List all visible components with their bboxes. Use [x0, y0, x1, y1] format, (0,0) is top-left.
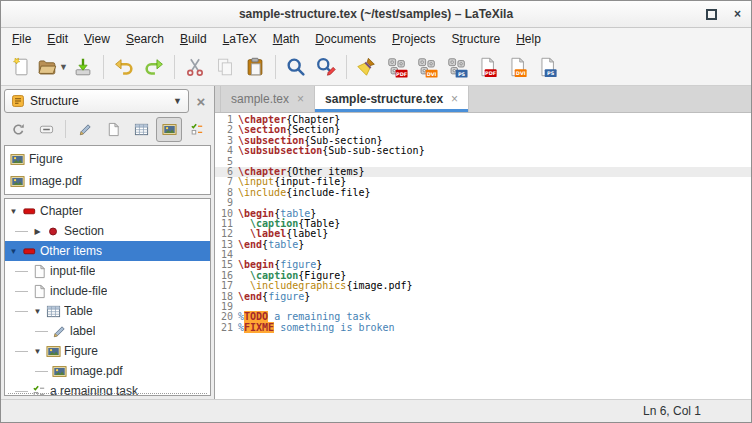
- undo-button[interactable]: [109, 52, 139, 82]
- tree-item[interactable]: image.pdf: [5, 361, 210, 381]
- show-tables-button[interactable]: [128, 117, 154, 142]
- panel-selector-label: Structure: [30, 94, 168, 108]
- file-icon: [32, 264, 47, 279]
- list-item-label: Figure: [29, 152, 63, 166]
- tab-label: sample.tex: [231, 92, 289, 106]
- build-ps-button[interactable]: PS: [442, 52, 472, 82]
- structure-panel-icon: [11, 94, 25, 108]
- view-ps-button[interactable]: PS: [532, 52, 562, 82]
- cut-button[interactable]: [180, 52, 210, 82]
- status-bar: Ln 6, Col 1: [1, 399, 751, 422]
- tree-item-label: label: [70, 324, 95, 338]
- list-item[interactable]: Figure: [5, 148, 210, 170]
- close-side-panel-button[interactable]: ×: [191, 90, 211, 112]
- tree-item[interactable]: include-file: [5, 281, 210, 301]
- tree-item[interactable]: ▼Chapter: [5, 201, 210, 221]
- toolbar-separator: [103, 55, 104, 79]
- tree-item-label: Other items: [40, 244, 102, 258]
- view-pdf-button[interactable]: PDF: [472, 52, 502, 82]
- todo-icon: [32, 384, 47, 397]
- code-text: \end{figure}: [238, 292, 310, 302]
- menu-math[interactable]: Math: [265, 30, 308, 48]
- menu-projects[interactable]: Projects: [384, 30, 443, 48]
- clean-build-button[interactable]: [352, 52, 382, 82]
- main-toolbar: ▼PDFDVIPSPDFDVIPS: [1, 49, 751, 86]
- section-icon: [46, 224, 61, 239]
- tab-close-icon[interactable]: ×: [297, 92, 304, 106]
- window-controls: ×: [706, 1, 741, 27]
- structure-tree: ▼Chapter▶Section▼Other itemsinput-filein…: [4, 198, 211, 396]
- code-line[interactable]: 8\include{include-file}: [215, 188, 751, 198]
- editor-tab[interactable]: sample-structure.tex×: [315, 86, 469, 112]
- menu-documents[interactable]: Documents: [307, 30, 384, 48]
- build-pdf-button[interactable]: PDF: [382, 52, 412, 82]
- toolbar-separator: [275, 55, 276, 79]
- expand-arrow-icon[interactable]: ▶: [32, 227, 43, 236]
- line-number: 9: [215, 198, 238, 208]
- menu-view[interactable]: View: [76, 30, 118, 48]
- tree-item[interactable]: ▼Figure: [5, 341, 210, 361]
- tree-branch-line: [35, 371, 48, 372]
- code-line[interactable]: 4\subsubsection{Sub-sub-section}: [215, 146, 751, 156]
- tree-item[interactable]: label: [5, 321, 210, 341]
- show-files-button[interactable]: [100, 117, 126, 142]
- collapse-arrow-icon[interactable]: ▼: [32, 347, 43, 356]
- menu-edit[interactable]: Edit: [39, 30, 76, 48]
- tree-item[interactable]: input-file: [5, 261, 210, 281]
- tree-item-label: Figure: [64, 344, 98, 358]
- tree-item[interactable]: a remaining task: [5, 381, 210, 396]
- menu-search[interactable]: Search: [118, 30, 172, 48]
- editor-tab[interactable]: sample.tex×: [220, 86, 315, 112]
- title-bar[interactable]: sample-structure.tex (~/test/samples) – …: [1, 1, 751, 28]
- tree-branch-line: [35, 331, 48, 332]
- show-labels-button[interactable]: [72, 117, 98, 142]
- save-button[interactable]: [68, 52, 98, 82]
- tree-branch-line: [15, 351, 28, 352]
- show-todos-button[interactable]: [184, 117, 210, 142]
- tab-close-icon[interactable]: ×: [451, 92, 458, 106]
- code-area[interactable]: 1\chapter{Chapter}2\section{Section}3\su…: [215, 113, 751, 399]
- search-replace-button[interactable]: [311, 52, 341, 82]
- svg-text:DVI: DVI: [427, 71, 437, 77]
- label-icon: [52, 324, 67, 339]
- collapse-arrow-icon[interactable]: ▼: [8, 207, 19, 216]
- paste-button[interactable]: [240, 52, 270, 82]
- open-dropdown-icon[interactable]: ▼: [59, 62, 68, 72]
- refresh-button[interactable]: [5, 117, 31, 142]
- window-title: sample-structure.tex (~/test/samples) – …: [239, 7, 513, 21]
- maximize-button[interactable]: [706, 9, 717, 20]
- show-figures-button[interactable]: [156, 117, 182, 142]
- app-window: sample-structure.tex (~/test/samples) – …: [0, 0, 752, 423]
- code-line[interactable]: 13\end{table}: [215, 240, 751, 250]
- menu-latex[interactable]: LaTeX: [215, 30, 265, 48]
- tree-item-label: input-file: [50, 264, 95, 278]
- code-text: %FIXME something is broken: [238, 323, 395, 333]
- copy-button[interactable]: [210, 52, 240, 82]
- line-number: 21: [215, 323, 238, 333]
- collapse-all-button[interactable]: [33, 117, 59, 142]
- panel-selector-combobox[interactable]: Structure ▼: [4, 89, 189, 113]
- tree-item[interactable]: ▼Table: [5, 301, 210, 321]
- view-dvi-button[interactable]: DVI: [502, 52, 532, 82]
- menu-help[interactable]: Help: [508, 30, 549, 48]
- search-button[interactable]: [281, 52, 311, 82]
- menu-structure[interactable]: Structure: [443, 30, 508, 48]
- menu-build[interactable]: Build: [172, 30, 215, 48]
- collapse-arrow-icon[interactable]: ▼: [8, 247, 19, 256]
- chapter-icon: [22, 204, 37, 219]
- editor-area: sample.tex×sample-structure.tex× 1\chapt…: [215, 86, 751, 399]
- new-document-button[interactable]: [6, 52, 36, 82]
- list-item[interactable]: image.pdf: [5, 170, 210, 192]
- tree-item[interactable]: ▼Other items: [5, 241, 210, 261]
- menu-file[interactable]: File: [4, 30, 39, 48]
- build-dvi-button[interactable]: DVI: [412, 52, 442, 82]
- close-button[interactable]: ×: [734, 8, 741, 20]
- code-text: \end{table}: [238, 240, 304, 250]
- collapse-arrow-icon[interactable]: ▼: [32, 307, 43, 316]
- redo-button[interactable]: [139, 52, 169, 82]
- close-icon: ×: [734, 8, 741, 20]
- code-line[interactable]: 18\end{figure}: [215, 292, 751, 302]
- tree-item[interactable]: ▶Section: [5, 221, 210, 241]
- code-line[interactable]: 21%FIXME something is broken: [215, 323, 751, 333]
- open-button[interactable]: ▼: [36, 52, 68, 82]
